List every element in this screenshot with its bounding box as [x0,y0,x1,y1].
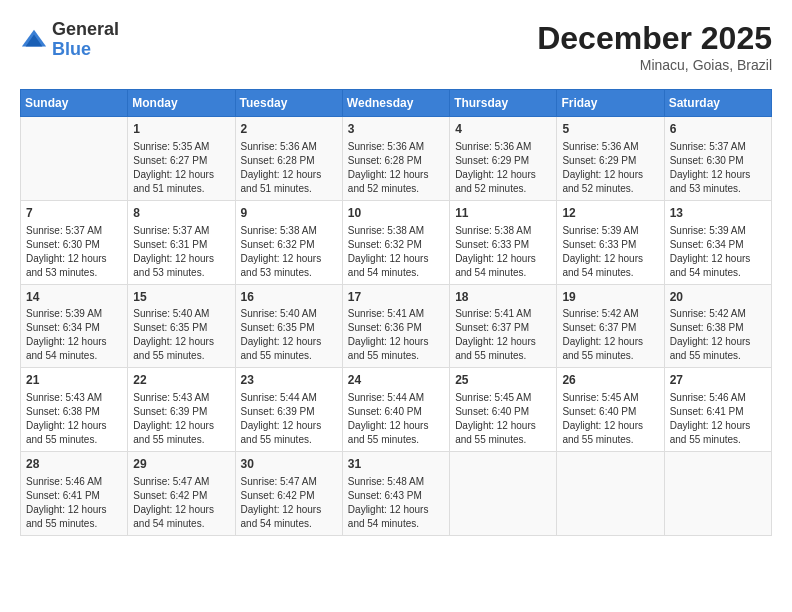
calendar-week-row: 21Sunrise: 5:43 AMSunset: 6:38 PMDayligh… [21,368,772,452]
column-header-friday: Friday [557,90,664,117]
calendar-cell: 16Sunrise: 5:40 AMSunset: 6:35 PMDayligh… [235,284,342,368]
calendar-cell: 24Sunrise: 5:44 AMSunset: 6:40 PMDayligh… [342,368,449,452]
day-info: Sunrise: 5:40 AMSunset: 6:35 PMDaylight:… [133,307,229,363]
day-number: 6 [670,121,766,138]
day-number: 12 [562,205,658,222]
day-number: 22 [133,372,229,389]
calendar-cell: 31Sunrise: 5:48 AMSunset: 6:43 PMDayligh… [342,452,449,536]
day-info: Sunrise: 5:38 AMSunset: 6:33 PMDaylight:… [455,224,551,280]
calendar-cell: 1Sunrise: 5:35 AMSunset: 6:27 PMDaylight… [128,117,235,201]
calendar-cell [21,117,128,201]
day-number: 14 [26,289,122,306]
day-info: Sunrise: 5:40 AMSunset: 6:35 PMDaylight:… [241,307,337,363]
calendar-cell: 13Sunrise: 5:39 AMSunset: 6:34 PMDayligh… [664,200,771,284]
day-number: 23 [241,372,337,389]
calendar-cell: 14Sunrise: 5:39 AMSunset: 6:34 PMDayligh… [21,284,128,368]
day-info: Sunrise: 5:42 AMSunset: 6:38 PMDaylight:… [670,307,766,363]
calendar-cell [664,452,771,536]
column-header-tuesday: Tuesday [235,90,342,117]
calendar-cell: 29Sunrise: 5:47 AMSunset: 6:42 PMDayligh… [128,452,235,536]
calendar-cell: 8Sunrise: 5:37 AMSunset: 6:31 PMDaylight… [128,200,235,284]
calendar-cell: 27Sunrise: 5:46 AMSunset: 6:41 PMDayligh… [664,368,771,452]
calendar-cell: 25Sunrise: 5:45 AMSunset: 6:40 PMDayligh… [450,368,557,452]
column-header-wednesday: Wednesday [342,90,449,117]
day-info: Sunrise: 5:36 AMSunset: 6:29 PMDaylight:… [455,140,551,196]
day-number: 20 [670,289,766,306]
column-header-sunday: Sunday [21,90,128,117]
header: General Blue December 2025 Minacu, Goias… [20,20,772,73]
day-number: 8 [133,205,229,222]
calendar-cell: 19Sunrise: 5:42 AMSunset: 6:37 PMDayligh… [557,284,664,368]
day-number: 9 [241,205,337,222]
day-info: Sunrise: 5:43 AMSunset: 6:38 PMDaylight:… [26,391,122,447]
calendar-cell: 12Sunrise: 5:39 AMSunset: 6:33 PMDayligh… [557,200,664,284]
logo-blue-text: Blue [52,39,91,59]
day-number: 25 [455,372,551,389]
day-number: 24 [348,372,444,389]
calendar-cell: 15Sunrise: 5:40 AMSunset: 6:35 PMDayligh… [128,284,235,368]
day-number: 2 [241,121,337,138]
calendar-cell: 22Sunrise: 5:43 AMSunset: 6:39 PMDayligh… [128,368,235,452]
calendar-cell: 5Sunrise: 5:36 AMSunset: 6:29 PMDaylight… [557,117,664,201]
calendar-week-row: 14Sunrise: 5:39 AMSunset: 6:34 PMDayligh… [21,284,772,368]
day-info: Sunrise: 5:38 AMSunset: 6:32 PMDaylight:… [348,224,444,280]
day-info: Sunrise: 5:43 AMSunset: 6:39 PMDaylight:… [133,391,229,447]
calendar-week-row: 7Sunrise: 5:37 AMSunset: 6:30 PMDaylight… [21,200,772,284]
calendar-week-row: 28Sunrise: 5:46 AMSunset: 6:41 PMDayligh… [21,452,772,536]
day-number: 1 [133,121,229,138]
day-info: Sunrise: 5:48 AMSunset: 6:43 PMDaylight:… [348,475,444,531]
calendar-cell: 20Sunrise: 5:42 AMSunset: 6:38 PMDayligh… [664,284,771,368]
day-info: Sunrise: 5:46 AMSunset: 6:41 PMDaylight:… [670,391,766,447]
calendar-cell: 21Sunrise: 5:43 AMSunset: 6:38 PMDayligh… [21,368,128,452]
day-info: Sunrise: 5:39 AMSunset: 6:34 PMDaylight:… [670,224,766,280]
day-info: Sunrise: 5:46 AMSunset: 6:41 PMDaylight:… [26,475,122,531]
calendar-header-row: SundayMondayTuesdayWednesdayThursdayFrid… [21,90,772,117]
day-info: Sunrise: 5:44 AMSunset: 6:39 PMDaylight:… [241,391,337,447]
day-info: Sunrise: 5:37 AMSunset: 6:31 PMDaylight:… [133,224,229,280]
day-number: 11 [455,205,551,222]
day-info: Sunrise: 5:45 AMSunset: 6:40 PMDaylight:… [562,391,658,447]
calendar-cell: 4Sunrise: 5:36 AMSunset: 6:29 PMDaylight… [450,117,557,201]
day-number: 21 [26,372,122,389]
calendar-cell [450,452,557,536]
logo-icon [20,26,48,54]
day-info: Sunrise: 5:39 AMSunset: 6:33 PMDaylight:… [562,224,658,280]
calendar-cell: 2Sunrise: 5:36 AMSunset: 6:28 PMDaylight… [235,117,342,201]
day-number: 30 [241,456,337,473]
day-number: 29 [133,456,229,473]
day-number: 3 [348,121,444,138]
title-area: December 2025 Minacu, Goias, Brazil [537,20,772,73]
day-info: Sunrise: 5:42 AMSunset: 6:37 PMDaylight:… [562,307,658,363]
day-info: Sunrise: 5:39 AMSunset: 6:34 PMDaylight:… [26,307,122,363]
column-header-saturday: Saturday [664,90,771,117]
day-info: Sunrise: 5:47 AMSunset: 6:42 PMDaylight:… [241,475,337,531]
day-info: Sunrise: 5:36 AMSunset: 6:28 PMDaylight:… [241,140,337,196]
day-number: 19 [562,289,658,306]
day-info: Sunrise: 5:35 AMSunset: 6:27 PMDaylight:… [133,140,229,196]
calendar-cell: 23Sunrise: 5:44 AMSunset: 6:39 PMDayligh… [235,368,342,452]
day-number: 16 [241,289,337,306]
day-info: Sunrise: 5:37 AMSunset: 6:30 PMDaylight:… [26,224,122,280]
calendar-cell: 7Sunrise: 5:37 AMSunset: 6:30 PMDaylight… [21,200,128,284]
day-number: 5 [562,121,658,138]
calendar-cell: 30Sunrise: 5:47 AMSunset: 6:42 PMDayligh… [235,452,342,536]
day-number: 18 [455,289,551,306]
day-number: 7 [26,205,122,222]
day-number: 31 [348,456,444,473]
day-number: 15 [133,289,229,306]
calendar-week-row: 1Sunrise: 5:35 AMSunset: 6:27 PMDaylight… [21,117,772,201]
day-info: Sunrise: 5:44 AMSunset: 6:40 PMDaylight:… [348,391,444,447]
day-number: 17 [348,289,444,306]
location: Minacu, Goias, Brazil [537,57,772,73]
day-info: Sunrise: 5:41 AMSunset: 6:36 PMDaylight:… [348,307,444,363]
day-number: 26 [562,372,658,389]
day-info: Sunrise: 5:36 AMSunset: 6:29 PMDaylight:… [562,140,658,196]
day-number: 27 [670,372,766,389]
calendar-cell: 17Sunrise: 5:41 AMSunset: 6:36 PMDayligh… [342,284,449,368]
logo-general-text: General [52,19,119,39]
month-title: December 2025 [537,20,772,57]
calendar-cell: 28Sunrise: 5:46 AMSunset: 6:41 PMDayligh… [21,452,128,536]
day-info: Sunrise: 5:36 AMSunset: 6:28 PMDaylight:… [348,140,444,196]
column-header-thursday: Thursday [450,90,557,117]
column-header-monday: Monday [128,90,235,117]
